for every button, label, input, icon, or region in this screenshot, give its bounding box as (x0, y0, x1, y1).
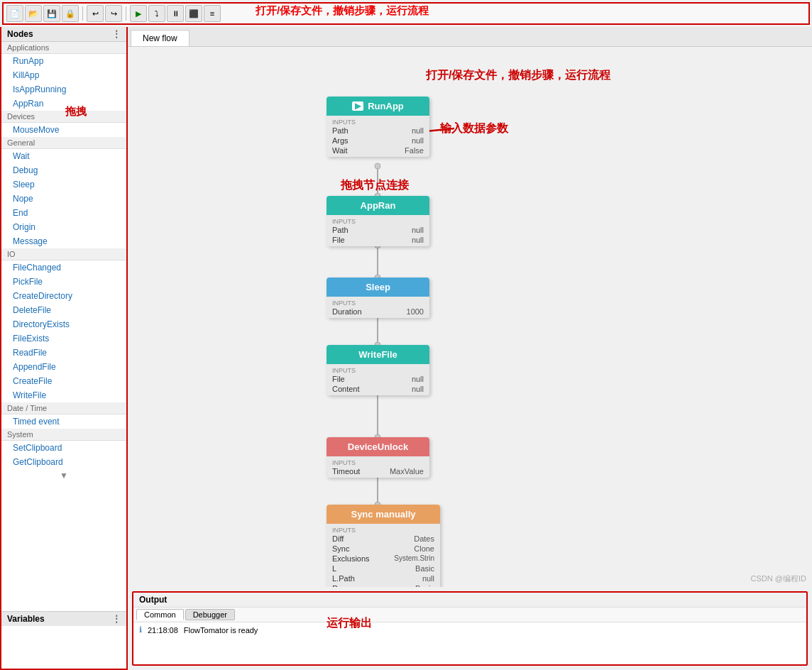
stop-button[interactable]: ⬛ (185, 5, 202, 22)
appran-inputs-label: INPUTS (327, 216, 429, 225)
category-datetime: Date / Time (1, 402, 126, 414)
output-annotation: 运行输出 (327, 616, 372, 631)
node-deletefile[interactable]: DeleteFile (1, 303, 126, 317)
svg-point-0 (375, 163, 380, 169)
node-setclipboard[interactable]: SetClipboard (1, 441, 126, 455)
node-wait[interactable]: Wait (1, 149, 126, 163)
deviceunlock-inputs-label: INPUTS (327, 458, 429, 466)
redo-button[interactable]: ↪ (105, 5, 122, 22)
tab-bar: New flow (128, 27, 812, 47)
deviceunlock-title: DeviceUnlock (327, 437, 429, 456)
annotation-connect: 拖拽节点连接 (341, 178, 409, 193)
log-time: 21:18:08 (148, 626, 178, 635)
variables-label: Variables (7, 614, 45, 624)
output-tabs: Common Debugger (133, 608, 806, 622)
node-appendfile[interactable]: AppendFile (1, 360, 126, 374)
variables-menu-icon[interactable]: ⋮ (112, 614, 121, 624)
node-message[interactable]: Message (1, 234, 126, 248)
undo-button[interactable]: ↩ (87, 5, 104, 22)
variables-section: Variables ⋮ (1, 611, 126, 669)
node-directoryexists[interactable]: DirectoryExists (1, 317, 126, 331)
output-tab-common[interactable]: Common (136, 609, 184, 620)
node-writefile-canvas[interactable]: WriteFile INPUTS Filenull Contentnull (327, 345, 429, 395)
sidebar-menu-icon[interactable]: ⋮ (112, 29, 121, 39)
node-runapp[interactable]: RunApp (1, 54, 126, 68)
appran-title: AppRan (327, 196, 429, 215)
separator-2 (126, 6, 126, 21)
output-tab-debugger[interactable]: Debugger (185, 609, 235, 620)
canvas-area[interactable]: 打开/保存文件，撤销步骤，运行流程 输入数据参数 拖拽节点连接 ▶ (128, 47, 812, 587)
variables-header: Variables ⋮ (1, 612, 126, 626)
node-sleep-canvas[interactable]: Sleep INPUTS Duration1000 (327, 278, 429, 318)
saveas-button[interactable]: 🔒 (62, 5, 79, 22)
writefile-title: WriteFile (327, 345, 429, 364)
tab-new-flow[interactable]: New flow (131, 30, 190, 46)
sleep-title: Sleep (327, 278, 429, 297)
syncmanually-inputs-label: INPUTS (327, 525, 440, 534)
node-mousemove[interactable]: MouseMove (1, 123, 126, 137)
node-end[interactable]: End (1, 206, 126, 220)
output-panel: Output Common Debugger ℹ 21:18:08 FlowTo… (132, 591, 808, 666)
toolbar: 📄 📂 💾 🔒 ↩ ↪ ▶ ⤵ ⏸ ⬛ ≡ (2, 2, 810, 25)
variables-content (1, 626, 126, 669)
node-createdirectory[interactable]: CreateDirectory (1, 289, 126, 303)
category-devices: Devices (1, 111, 126, 123)
new-button[interactable]: 📄 (6, 5, 23, 22)
node-getclipboard[interactable]: GetClipboard (1, 455, 126, 469)
output-header: Output (133, 593, 806, 608)
category-io: IO (1, 248, 126, 260)
annotation-toolbar: 打开/保存文件，撤销步骤，运行流程 (426, 68, 610, 83)
runapp-inputs-label: INPUTS (327, 117, 429, 126)
separator-1 (82, 6, 83, 21)
output-content: ℹ 21:18:08 FlowTomator is ready (133, 622, 806, 664)
node-debug[interactable]: Debug (1, 163, 126, 177)
node-pickfile[interactable]: PickFile (1, 275, 126, 289)
runapp-arrow-icon: ▶ (352, 101, 363, 111)
node-filechanged[interactable]: FileChanged (1, 260, 126, 275)
right-panel: New flow (128, 27, 812, 670)
node-appran-canvas[interactable]: AppRan INPUTS Pathnull Filenull (327, 196, 429, 246)
node-readfile[interactable]: ReadFile (1, 346, 126, 360)
category-general: General (1, 137, 126, 149)
sleep-inputs-label: INPUTS (327, 298, 429, 307)
syncmanually-title: Sync manually (327, 505, 440, 524)
log-message: FlowTomator is ready (184, 626, 258, 635)
category-system: System (1, 429, 126, 441)
open-button[interactable]: 📂 (25, 5, 42, 22)
sidebar-header: Nodes ⋮ (1, 27, 126, 42)
step-button[interactable]: ⤵ (148, 5, 165, 22)
scroll-down-icon[interactable]: ▼ (1, 469, 126, 482)
annotation-input: 输入数据参数 (440, 121, 508, 136)
node-isapprunning[interactable]: IsAppRunning (1, 82, 126, 97)
node-runapp-canvas[interactable]: ▶ RunApp INPUTS Pathnull Argsnull WaitFa… (327, 97, 429, 157)
node-appran[interactable]: AppRan (1, 97, 126, 111)
node-createfile[interactable]: CreateFile (1, 374, 126, 388)
node-killapp[interactable]: KillApp (1, 68, 126, 82)
log-info-icon: ℹ (139, 625, 142, 635)
node-timedevent[interactable]: Timed event (1, 414, 126, 429)
sidebar-content: Applications RunApp KillApp IsAppRunning… (1, 42, 126, 611)
pause-button[interactable]: ⏸ (167, 5, 184, 22)
node-writefile[interactable]: WriteFile (1, 388, 126, 402)
node-nope[interactable]: Nope (1, 192, 126, 206)
node-origin[interactable]: Origin (1, 220, 126, 234)
node-deviceunlock-canvas[interactable]: DeviceUnlock INPUTS TimeoutMaxValue (327, 437, 429, 478)
run-button[interactable]: ▶ (130, 5, 147, 22)
node-fileexists[interactable]: FileExists (1, 331, 126, 346)
writefile-inputs-label: INPUTS (327, 366, 429, 374)
save-button[interactable]: 💾 (43, 5, 60, 22)
node-syncmanually-canvas[interactable]: Sync manually INPUTS DiffDates SyncClone… (327, 505, 440, 587)
sidebar-header-label: Nodes (7, 29, 33, 39)
node-sleep[interactable]: Sleep (1, 177, 126, 192)
runapp-title: RunApp (368, 101, 404, 111)
sidebar: Nodes ⋮ Applications RunApp KillApp IsAp… (0, 27, 128, 670)
category-applications: Applications (1, 42, 126, 54)
watermark: CSDN @编程ID (751, 573, 806, 584)
more-button[interactable]: ≡ (204, 5, 221, 22)
output-log-row: ℹ 21:18:08 FlowTomator is ready (139, 625, 801, 635)
